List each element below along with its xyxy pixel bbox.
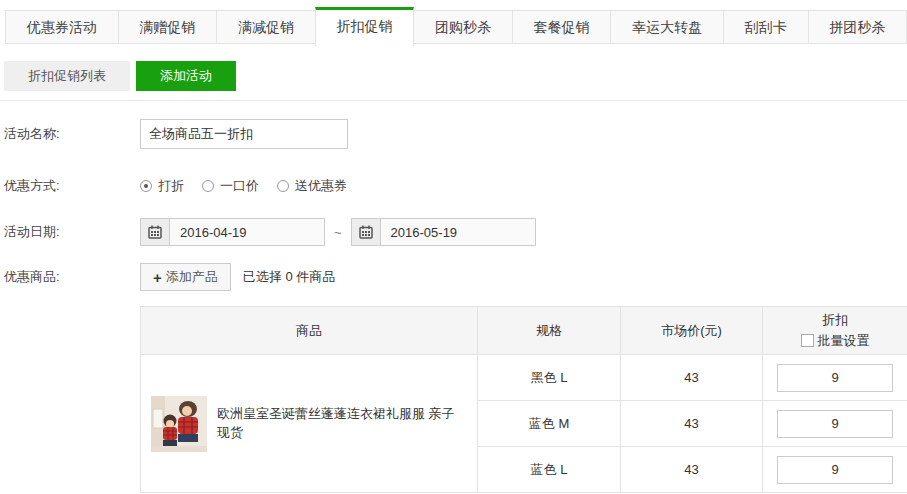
activity-name-input[interactable] xyxy=(140,119,348,149)
price-cell: 43 xyxy=(621,401,763,447)
end-date-input[interactable]: 2016-05-19 xyxy=(351,218,536,246)
header-product: 商品 xyxy=(141,307,478,355)
add-activity-button[interactable]: 添加活动 xyxy=(136,61,236,91)
tab-group-flash-sale[interactable]: 团购秒杀 xyxy=(413,10,513,44)
selected-count-text: 已选择 0 件商品 xyxy=(243,268,335,286)
add-product-button-label: 添加产品 xyxy=(166,268,218,286)
radio-option-label: 一口价 xyxy=(220,177,259,195)
tab-full-reduction-promo[interactable]: 满减促销 xyxy=(216,10,316,44)
add-product-button[interactable]: + 添加产品 xyxy=(140,263,231,291)
product-title: 欧洲皇室圣诞蕾丝蓬蓬连衣裙礼服服 亲子现货 xyxy=(217,405,467,441)
subnav: 折扣促销列表 添加活动 xyxy=(4,61,907,91)
activity-form: 活动名称: 优惠方式: 打折 一口价 送优惠券 活动日期: xyxy=(4,119,907,291)
header-price: 市场价(元) xyxy=(621,307,763,355)
discount-input[interactable] xyxy=(777,410,893,438)
start-date-value: 2016-04-19 xyxy=(170,225,247,240)
batch-set-checkbox[interactable] xyxy=(801,334,814,347)
promo-tabbar: 优惠券活动 满赠促销 满减促销 折扣促销 团购秒杀 套餐促销 幸运大转盘 刮刮卡… xyxy=(5,10,907,44)
price-cell: 43 xyxy=(621,355,763,401)
radio-option-discount[interactable]: 打折 xyxy=(140,177,184,195)
discount-promo-list-button[interactable]: 折扣促销列表 xyxy=(4,61,130,91)
header-discount: 折扣 批量设置 xyxy=(763,307,907,355)
radio-unselected-icon[interactable] xyxy=(277,180,289,192)
start-date-input[interactable]: 2016-04-19 xyxy=(140,218,325,246)
product-image xyxy=(151,396,207,452)
header-spec: 规格 xyxy=(478,307,621,355)
calendar-icon[interactable] xyxy=(141,219,170,245)
table-row: 欧洲皇室圣诞蕾丝蓬蓬连衣裙礼服服 亲子现货 黑色 L 43 xyxy=(141,355,907,401)
spec-cell: 蓝色 L xyxy=(478,447,621,493)
promo-products-label: 优惠商品: xyxy=(4,268,140,286)
calendar-icon[interactable] xyxy=(352,219,381,245)
plus-icon: + xyxy=(153,270,162,285)
tab-scratch-card[interactable]: 刮刮卡 xyxy=(723,10,809,44)
product-cell: 欧洲皇室圣诞蕾丝蓬蓬连衣裙礼服服 亲子现货 xyxy=(141,355,478,493)
table-header-row: 商品 规格 市场价(元) 折扣 批量设置 xyxy=(141,307,907,355)
header-discount-label: 折扣 xyxy=(764,310,906,331)
radio-unselected-icon[interactable] xyxy=(202,180,214,192)
radio-option-fixed-price[interactable]: 一口价 xyxy=(202,177,259,195)
tab-group-buy-flash[interactable]: 拼团秒杀 xyxy=(808,10,907,44)
price-cell: 43 xyxy=(621,447,763,493)
discount-method-label: 优惠方式: xyxy=(4,177,140,195)
discount-input[interactable] xyxy=(777,364,893,392)
activity-date-label: 活动日期: xyxy=(4,223,140,241)
radio-option-give-coupon[interactable]: 送优惠券 xyxy=(277,177,347,195)
activity-name-label: 活动名称: xyxy=(4,125,140,143)
tab-full-gift-promo[interactable]: 满赠促销 xyxy=(118,10,218,44)
tab-lucky-wheel[interactable]: 幸运大转盘 xyxy=(610,10,724,44)
radio-option-label: 打折 xyxy=(158,177,184,195)
spec-cell: 蓝色 M xyxy=(478,401,621,447)
tab-package-promo[interactable]: 套餐促销 xyxy=(512,10,612,44)
discount-input[interactable] xyxy=(777,456,893,484)
radio-option-label: 送优惠券 xyxy=(295,177,347,195)
discount-cell xyxy=(763,447,907,493)
discount-cell xyxy=(763,355,907,401)
discount-cell xyxy=(763,401,907,447)
section-divider xyxy=(0,100,907,101)
batch-set-label: 批量设置 xyxy=(818,331,870,352)
end-date-value: 2016-05-19 xyxy=(381,225,458,240)
radio-selected-icon[interactable] xyxy=(140,180,152,192)
date-range-separator: ~ xyxy=(334,225,342,240)
product-discount-table: 商品 规格 市场价(元) 折扣 批量设置 xyxy=(140,306,907,493)
spec-cell: 黑色 L xyxy=(478,355,621,401)
tab-discount-promo[interactable]: 折扣促销 xyxy=(315,7,415,47)
tab-coupon-campaign[interactable]: 优惠券活动 xyxy=(5,10,119,44)
